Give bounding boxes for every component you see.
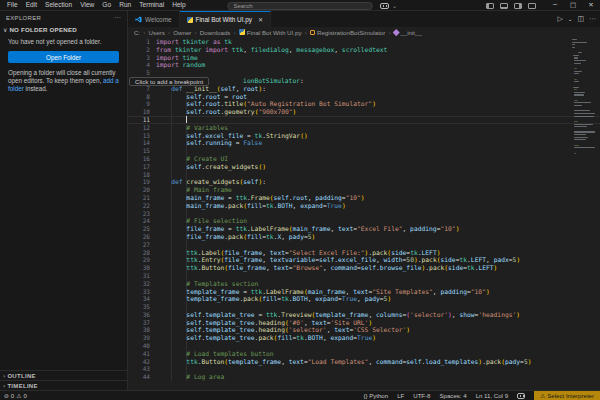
- line-number[interactable]: 11: [133, 116, 150, 124]
- breakpoint-margin[interactable]: [128, 256, 133, 264]
- code-line[interactable]: 8 self.root = root: [128, 93, 600, 101]
- breakpoint-margin[interactable]: [128, 288, 133, 296]
- toggle-secondary-sidebar-icon[interactable]: [514, 3, 522, 9]
- status-item-ln-11-col-9[interactable]: Ln 11, Col 9: [476, 392, 508, 399]
- line-number[interactable]: 13: [133, 132, 150, 140]
- line-number[interactable]: 18: [133, 171, 150, 179]
- code-line[interactable]: 28 ttk.Label(file_frame, text="Select Ex…: [128, 249, 600, 257]
- breakpoint-margin[interactable]: [128, 147, 133, 155]
- status-item--python[interactable]: {} Python: [363, 392, 388, 399]
- breakpoint-margin[interactable]: [128, 272, 133, 280]
- code-line[interactable]: 44 # Log area: [128, 373, 600, 381]
- breakpoint-margin[interactable]: [128, 365, 133, 373]
- section-outline[interactable]: ›OUTLINE: [0, 370, 127, 380]
- minimize-button[interactable]: ─: [546, 0, 564, 11]
- status-item-utf-8[interactable]: UTF-8: [413, 392, 430, 399]
- code-line[interactable]: 38 self.template_tree.heading('selector'…: [128, 326, 600, 334]
- code-line[interactable]: 42 ttk.Button(template_frame, text="Load…: [128, 358, 600, 366]
- breakpoint-margin[interactable]: [128, 225, 133, 233]
- breakpoint-margin[interactable]: [128, 85, 133, 93]
- line-number[interactable]: 21: [133, 194, 150, 202]
- breakpoint-margin[interactable]: [128, 241, 133, 249]
- code-line[interactable]: 35: [128, 303, 600, 311]
- code-line[interactable]: 27: [128, 241, 600, 249]
- line-number[interactable]: 37: [133, 319, 150, 327]
- line-number[interactable]: 40: [133, 342, 150, 350]
- code-line[interactable]: 4import random: [128, 61, 600, 69]
- breakpoint-margin[interactable]: [128, 249, 133, 257]
- breakpoint-margin[interactable]: [128, 124, 133, 132]
- chevron-down-icon[interactable]: ⌄: [392, 0, 397, 11]
- line-number[interactable]: 34: [133, 295, 150, 303]
- line-number[interactable]: 5: [133, 69, 150, 77]
- line-number[interactable]: 14: [133, 139, 150, 147]
- code-line[interactable]: 26 file_frame.pack(fill=tk.X, pady=5): [128, 233, 600, 241]
- code-line[interactable]: 29 ttk.Entry(file_frame, textvariable=se…: [128, 256, 600, 264]
- code-line[interactable]: 36 self.template_tree = ttk.Treeview(tem…: [128, 311, 600, 319]
- line-number[interactable]: 10: [133, 108, 150, 116]
- run-dropdown-chevron-icon[interactable]: ⌄: [568, 16, 573, 22]
- code-line[interactable]: 3import time: [128, 54, 600, 62]
- code-line[interactable]: 37 self.template_tree.heading('#0', text…: [128, 319, 600, 327]
- line-number[interactable]: 24: [133, 217, 150, 225]
- breakpoint-margin[interactable]: [128, 69, 133, 77]
- line-number[interactable]: 33: [133, 288, 150, 296]
- breakpoint-margin[interactable]: [128, 54, 133, 62]
- code-line[interactable]: 19 def create_widgets(self):: [128, 178, 600, 186]
- breadcrumb-item[interactable]: Downloads: [200, 29, 231, 36]
- split-editor-icon[interactable]: ◫: [577, 15, 584, 23]
- code-line[interactable]: 39 self.template_tree.pack(fill=tk.BOTH,…: [128, 334, 600, 342]
- close-button[interactable]: ✕: [582, 0, 600, 11]
- search-input[interactable]: Search: [228, 2, 373, 10]
- line-number[interactable]: 36: [133, 311, 150, 319]
- close-tab-icon[interactable]: ✕: [258, 16, 263, 23]
- line-number[interactable]: 43: [133, 365, 150, 373]
- breakpoint-margin[interactable]: [128, 46, 133, 54]
- status-item-lf[interactable]: LF: [397, 392, 404, 399]
- code-line[interactable]: 32 # Templates section: [128, 280, 600, 288]
- code-line[interactable]: 1import tkinter as tk: [128, 38, 600, 46]
- code-line[interactable]: 41 # Load templates button: [128, 350, 600, 358]
- line-number[interactable]: 15: [133, 147, 150, 155]
- line-number[interactable]: 29: [133, 256, 150, 264]
- code-line[interactable]: 43: [128, 365, 600, 373]
- breakpoint-margin[interactable]: [128, 342, 133, 350]
- breakpoint-margin[interactable]: [128, 61, 133, 69]
- line-number[interactable]: 19: [133, 178, 150, 186]
- code-line[interactable]: 5: [128, 69, 600, 77]
- breakpoint-margin[interactable]: [128, 139, 133, 147]
- line-number[interactable]: 8: [133, 93, 150, 101]
- code-line[interactable]: 12 # Variables: [128, 124, 600, 132]
- breakpoint-margin[interactable]: [128, 295, 133, 303]
- line-number[interactable]: 20: [133, 186, 150, 194]
- breakpoint-margin[interactable]: [128, 93, 133, 101]
- minimap[interactable]: [572, 39, 596, 390]
- menu-help[interactable]: Help: [168, 0, 190, 10]
- menu-edit[interactable]: Edit: [22, 0, 41, 10]
- line-number[interactable]: 42: [133, 358, 150, 366]
- breakpoint-margin[interactable]: [128, 100, 133, 108]
- breakpoint-margin[interactable]: [128, 311, 133, 319]
- open-folder-button[interactable]: Open Folder: [8, 51, 119, 63]
- line-number[interactable]: 1: [133, 38, 150, 46]
- breakpoint-margin[interactable]: [128, 108, 133, 116]
- customize-layout-icon[interactable]: [528, 3, 536, 9]
- code-line[interactable]: 13 self.excel_file = tk.StringVar(): [128, 132, 600, 140]
- line-number[interactable]: 3: [133, 54, 150, 62]
- breakpoint-margin[interactable]: [128, 350, 133, 358]
- code-line[interactable]: 23: [128, 210, 600, 218]
- menu-go[interactable]: Go: [98, 0, 115, 10]
- code-line[interactable]: 20 # Main frame: [128, 186, 600, 194]
- breakpoint-margin[interactable]: [128, 373, 133, 381]
- toggle-sidebar-icon[interactable]: [486, 3, 494, 9]
- breadcrumb-item[interactable]: Users: [149, 29, 165, 36]
- breakpoint-margin[interactable]: [128, 132, 133, 140]
- line-number[interactable]: 38: [133, 326, 150, 334]
- code-line[interactable]: 16 # Create UI: [128, 155, 600, 163]
- breakpoint-margin[interactable]: [128, 210, 133, 218]
- code-line[interactable]: 10 self.root.geometry("900x700"): [128, 108, 600, 116]
- code-line[interactable]: 31: [128, 272, 600, 280]
- line-number[interactable]: 27: [133, 241, 150, 249]
- breadcrumb-item[interactable]: C:: [134, 29, 140, 36]
- editor-more-actions-icon[interactable]: ⋯: [589, 15, 596, 23]
